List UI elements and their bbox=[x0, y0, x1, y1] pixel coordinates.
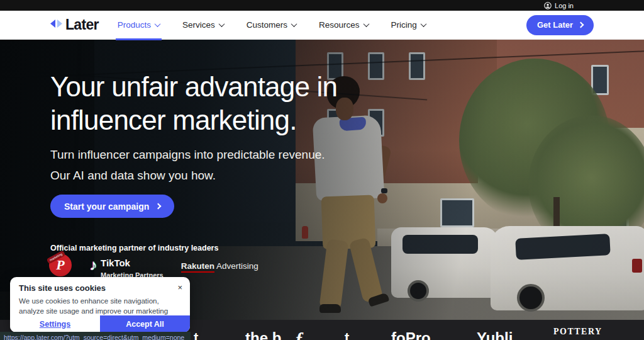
cookie-banner-title: This site uses cookies bbox=[19, 283, 106, 293]
nav-item-pricing[interactable]: Pricing bbox=[391, 11, 426, 40]
cookie-banner: This site uses cookies × We use cookies … bbox=[10, 277, 190, 332]
login-label: Log in bbox=[555, 2, 574, 9]
rakuten-advertising-text: Advertising bbox=[214, 261, 258, 271]
later-logo[interactable]: Later bbox=[50, 16, 99, 33]
cookie-settings-link[interactable]: Settings bbox=[10, 315, 100, 332]
nav-item-services[interactable]: Services bbox=[182, 11, 224, 40]
user-icon bbox=[544, 2, 552, 9]
main-navbar: Later Products Services Customers Resour… bbox=[0, 11, 644, 40]
nav-links: Products Services Customers Resources Pr… bbox=[118, 11, 426, 40]
chevron-down-icon bbox=[363, 21, 369, 27]
hero-headline: Your unfair advantage in influencer mark… bbox=[50, 70, 337, 137]
brand-logo-fragment: t bbox=[345, 330, 349, 340]
login-button[interactable]: Log in bbox=[544, 2, 574, 9]
tiktok-note-icon: ♪ bbox=[89, 258, 97, 273]
start-campaign-button[interactable]: Start your campaign bbox=[50, 195, 174, 218]
brand-logo-fragment: foPro bbox=[391, 329, 431, 340]
tiktok-wordmark: TikTok bbox=[101, 258, 130, 268]
brand-logo-fragment: f bbox=[296, 329, 302, 340]
pinterest-logo: P marketing bbox=[49, 254, 72, 276]
nav-item-products[interactable]: Products bbox=[118, 11, 160, 40]
nav-item-label: Customers bbox=[247, 20, 287, 30]
partners-logos: P marketing ♪ TikTok Marketing Partners … bbox=[49, 254, 258, 280]
partners-label: Official marketing partner of industry l… bbox=[50, 244, 218, 252]
top-utility-bar: Log in bbox=[0, 0, 644, 11]
link-preview-tooltip: https://app.later.com/?utm_source=direct… bbox=[0, 332, 191, 340]
rakuten-advertising-logo: Rakuten Advertising bbox=[181, 261, 258, 271]
headline-line1: Your unfair advantage in bbox=[50, 71, 337, 102]
subtext-line1: Turn influencer campaigns into predictab… bbox=[50, 148, 325, 161]
nav-item-label: Pricing bbox=[391, 20, 417, 30]
nav-item-resources[interactable]: Resources bbox=[319, 11, 369, 40]
hero-subtext: Turn influencer campaigns into predictab… bbox=[50, 144, 325, 186]
nav-item-label: Products bbox=[118, 20, 151, 30]
brand-logo-fragment: the b bbox=[245, 329, 281, 340]
brand-logo-fragment: Yubli bbox=[477, 329, 513, 340]
later-logo-icon bbox=[50, 19, 62, 31]
chevron-down-icon bbox=[420, 21, 426, 27]
brand-logo-pottery-barn: POTTERY bbox=[553, 327, 602, 337]
nav-item-label: Services bbox=[182, 20, 215, 30]
chevron-down-icon bbox=[291, 21, 297, 27]
subtext-line2: Our AI and data show you how. bbox=[50, 169, 216, 182]
chevron-right-icon bbox=[578, 22, 584, 28]
nav-item-label: Resources bbox=[319, 20, 360, 30]
cookie-banner-actions: Settings Accept All bbox=[10, 315, 190, 332]
nav-item-customers[interactable]: Customers bbox=[247, 11, 296, 40]
brand-logo-fragment: t bbox=[194, 330, 198, 340]
cookie-accept-all-button[interactable]: Accept All bbox=[100, 315, 190, 332]
chevron-down-icon bbox=[155, 21, 161, 27]
rakuten-wordmark: Rakuten bbox=[181, 261, 214, 273]
headline-line2: influencer marketing. bbox=[50, 105, 297, 135]
chevron-right-icon bbox=[155, 203, 162, 210]
brand-name: Later bbox=[65, 16, 99, 33]
close-icon[interactable]: × bbox=[177, 283, 182, 292]
get-later-button[interactable]: Get Later bbox=[526, 15, 594, 35]
start-campaign-label: Start your campaign bbox=[64, 201, 149, 212]
get-later-label: Get Later bbox=[537, 20, 573, 30]
chevron-down-icon bbox=[218, 21, 225, 27]
cookie-banner-header: This site uses cookies × bbox=[10, 277, 190, 293]
